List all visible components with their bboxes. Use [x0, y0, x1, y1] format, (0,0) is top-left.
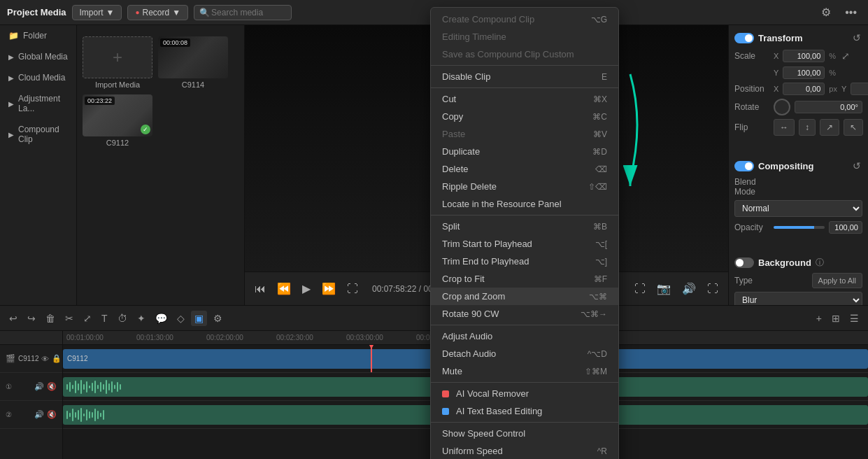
menu-label-show-speed: Show Speed Control — [442, 428, 525, 439]
menu-item-editing-timeline: Editing Timeline — [431, 28, 618, 45]
menu-item-ai-text[interactable]: AI Text Based Editing — [431, 402, 618, 420]
menu-item-rotate-90[interactable]: Rotate 90 CW ⌥⌘→ — [431, 305, 618, 323]
ai-text-badge-icon — [442, 408, 449, 415]
menu-item-show-speed[interactable]: Show Speed Control — [431, 425, 618, 442]
menu-label-uniform-speed: Uniform Speed — [442, 446, 503, 456]
menu-shortcut-trim-end: ⌥] — [595, 257, 607, 267]
menu-label-trim-start: Trim Start to Playhead — [442, 239, 532, 249]
menu-shortcut-rotate-90: ⌥⌘→ — [581, 309, 607, 319]
menu-item-disable-clip[interactable]: Disable Clip E — [431, 68, 618, 85]
menu-divider-1 — [431, 65, 618, 66]
menu-item-trim-end[interactable]: Trim End to Playhead ⌥] — [431, 253, 618, 270]
menu-shortcut-split: ⌘B — [593, 222, 607, 232]
menu-divider-2 — [431, 87, 618, 88]
menu-item-trim-start[interactable]: Trim Start to Playhead ⌥[ — [431, 235, 618, 253]
menu-label-adjust-audio: Adjust Audio — [442, 331, 492, 341]
menu-item-ripple-delete[interactable]: Ripple Delete ⇧⌫ — [431, 178, 618, 195]
menu-shortcut-cut: ⌘X — [593, 94, 607, 104]
menu-label-disable-clip: Disable Clip — [442, 71, 490, 82]
menu-divider-6 — [431, 422, 618, 423]
menu-shortcut-delete: ⌫ — [595, 164, 607, 174]
context-menu: Create Compound Clip ⌥G Editing Timeline… — [430, 7, 619, 459]
menu-label-trim-end: Trim End to Playhead — [442, 256, 529, 267]
menu-item-crop-and-zoom[interactable]: Crop and Zoom ⌥⌘ — [431, 288, 618, 305]
ai-vocal-badge-icon — [442, 390, 449, 397]
menu-label-cut: Cut — [442, 94, 456, 104]
menu-shortcut-trim-start: ⌥[ — [595, 239, 607, 249]
menu-label-ai-text: AI Text Based Editing — [442, 406, 542, 416]
menu-item-save-custom: Save as Compound Clip Custom — [431, 45, 618, 63]
menu-item-duplicate[interactable]: Duplicate ⌘D — [431, 143, 618, 160]
menu-label-mute: Mute — [442, 366, 462, 376]
menu-label-copy: Copy — [442, 111, 463, 122]
menu-label-editing-timeline: Editing Timeline — [442, 31, 506, 42]
menu-item-uniform-speed[interactable]: Uniform Speed ^R — [431, 442, 618, 459]
menu-item-copy[interactable]: Copy ⌘C — [431, 108, 618, 125]
menu-label-crop-to-fit: Crop to Fit — [442, 274, 485, 284]
menu-label-duplicate: Duplicate — [442, 146, 480, 157]
menu-label-ripple-delete: Ripple Delete — [442, 181, 497, 192]
menu-item-delete[interactable]: Delete ⌫ — [431, 160, 618, 178]
menu-label-paste: Paste — [442, 129, 465, 139]
menu-label-create-compound: Create Compound Clip — [442, 14, 534, 24]
menu-item-mute[interactable]: Mute ⇧⌘M — [431, 362, 618, 380]
menu-item-locate[interactable]: Locate in the Resource Panel — [431, 195, 618, 213]
context-menu-overlay[interactable]: Create Compound Clip ⌥G Editing Timeline… — [0, 0, 868, 459]
menu-shortcut-detach-audio: ^⌥D — [588, 349, 607, 359]
menu-item-detach-audio[interactable]: Detach Audio ^⌥D — [431, 345, 618, 362]
menu-item-adjust-audio[interactable]: Adjust Audio — [431, 327, 618, 345]
menu-shortcut-crop-and-zoom: ⌥⌘ — [589, 292, 607, 302]
menu-shortcut-uniform-speed: ^R — [597, 446, 607, 456]
menu-label-save-custom: Save as Compound Clip Custom — [442, 49, 574, 59]
menu-item-create-compound[interactable]: Create Compound Clip ⌥G — [431, 10, 618, 28]
menu-shortcut-copy: ⌘C — [592, 112, 607, 122]
menu-label-split: Split — [442, 221, 460, 232]
menu-shortcut-paste: ⌘V — [593, 129, 607, 139]
menu-label-crop-and-zoom: Crop and Zoom — [442, 291, 505, 302]
menu-divider-4 — [431, 325, 618, 325]
menu-item-cut[interactable]: Cut ⌘X — [431, 90, 618, 108]
menu-shortcut-duplicate: ⌘D — [592, 147, 607, 157]
menu-shortcut-disable-clip: E — [602, 72, 607, 82]
menu-divider-5 — [431, 382, 618, 383]
menu-label-delete: Delete — [442, 164, 469, 174]
menu-shortcut-mute: ⇧⌘M — [585, 367, 607, 376]
menu-divider-3 — [431, 215, 618, 216]
menu-item-paste[interactable]: Paste ⌘V — [431, 125, 618, 143]
menu-shortcut-create-compound: ⌥G — [591, 15, 607, 24]
menu-label-ai-vocal: AI Vocal Remover — [442, 388, 529, 399]
menu-label-rotate-90: Rotate 90 CW — [442, 309, 499, 319]
menu-item-split[interactable]: Split ⌘B — [431, 218, 618, 235]
menu-shortcut-crop-to-fit: ⌘F — [594, 274, 607, 284]
menu-label-detach-audio: Detach Audio — [442, 348, 496, 359]
menu-item-ai-vocal[interactable]: AI Vocal Remover — [431, 385, 618, 402]
menu-item-crop-to-fit[interactable]: Crop to Fit ⌘F — [431, 270, 618, 288]
menu-shortcut-ripple-delete: ⇧⌫ — [588, 182, 607, 192]
menu-label-locate: Locate in the Resource Panel — [442, 199, 562, 209]
